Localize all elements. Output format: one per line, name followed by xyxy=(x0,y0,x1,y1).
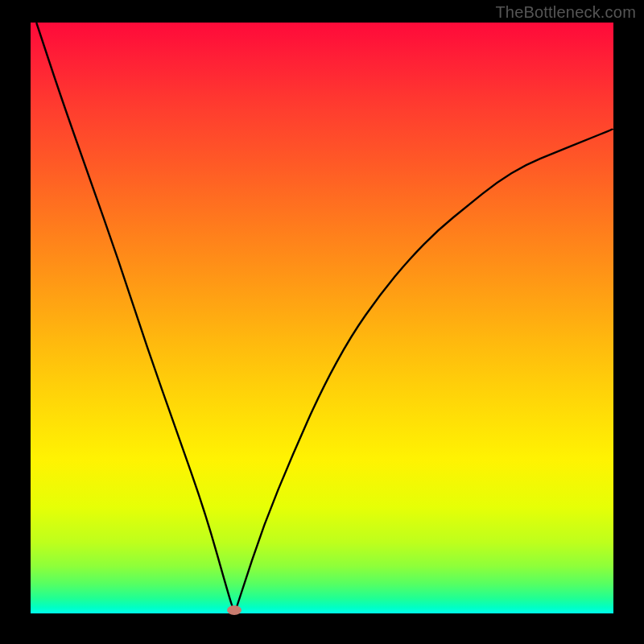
watermark-text: TheBottleneck.com xyxy=(495,3,636,22)
curve-svg xyxy=(31,23,613,613)
optimal-point-marker xyxy=(227,605,242,615)
bottleneck-curve xyxy=(36,23,613,609)
plot-area xyxy=(31,23,613,613)
chart-frame: TheBottleneck.com xyxy=(0,0,644,644)
